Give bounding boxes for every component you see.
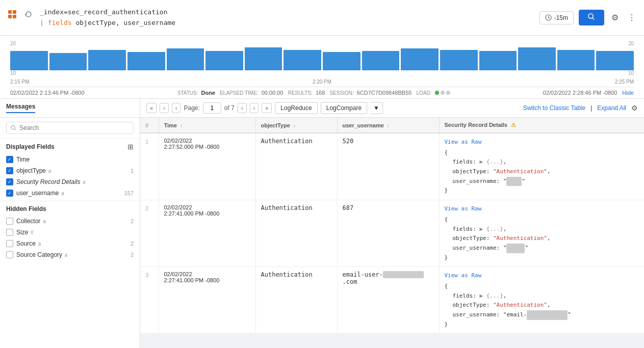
chart-bar[interactable]: [479, 51, 517, 70]
nav-prev-step-button[interactable]: ‹: [172, 103, 181, 113]
td-details: View as Raw{ fields: ▶ {...}, objectType…: [439, 133, 644, 200]
nav-first-button[interactable]: «: [146, 103, 157, 113]
td-time: 02/02/20222:27:41.000 PM -0800: [159, 200, 255, 267]
chart-bar[interactable]: [245, 47, 282, 70]
masked-email: [383, 271, 424, 278]
nav-next-step-button[interactable]: ›: [238, 103, 247, 113]
objecttype-line: objectType: "Authentication",: [445, 301, 639, 310]
top-bar: _index=sec_record_authentication | field…: [0, 0, 644, 36]
load-dot-3: [446, 91, 450, 95]
field-checkbox[interactable]: [6, 190, 13, 197]
chart-end-time: 02/02/2022 2:28:46 PM -0800: [543, 90, 617, 96]
refresh-icon-button[interactable]: [22, 8, 35, 20]
hidden-field-item[interactable]: Source a2: [0, 238, 140, 249]
chart-bar[interactable]: [127, 52, 165, 70]
hidden-field-item[interactable]: Size #: [0, 227, 140, 238]
chart-bar[interactable]: [440, 50, 478, 71]
field-checkbox[interactable]: [6, 156, 13, 163]
view-raw-link[interactable]: View as Raw: [445, 139, 482, 145]
more-options-button[interactable]: ⋮: [626, 11, 638, 24]
svg-rect-3: [13, 15, 16, 18]
th-username[interactable]: user_username ↕: [337, 118, 439, 133]
chart-bars[interactable]: [10, 47, 634, 70]
displayed-field-item[interactable]: Time: [0, 154, 140, 165]
search-icon: [11, 125, 16, 131]
nav-next-button[interactable]: ›: [250, 103, 259, 113]
elapsed-value: 00:00:00: [262, 90, 284, 96]
log-reduce-button[interactable]: LogReduce: [275, 102, 317, 114]
svg-rect-1: [13, 10, 16, 14]
chart-bar[interactable]: [10, 51, 48, 70]
time-sort-icon[interactable]: ↕: [180, 123, 183, 128]
objecttype-line: objectType: "Authentication",: [445, 234, 639, 244]
td-details: View as Raw{ fields: ▶ {...}, objectType…: [439, 267, 644, 334]
chart-bar[interactable]: [88, 50, 126, 71]
top-bar-left: _index=sec_record_authentication | field…: [6, 7, 175, 29]
hidden-fields-list: Collector a2Size #Source a2Source Catego…: [0, 216, 140, 260]
displayed-field-item[interactable]: Security Record Details a: [0, 176, 140, 188]
chart-bar[interactable]: [401, 48, 439, 70]
field-checkbox[interactable]: [6, 251, 13, 258]
table-row[interactable]: 302/02/20222:27:41.000 PM -0800Authentic…: [140, 267, 644, 334]
search-button[interactable]: [579, 10, 604, 25]
hide-chart-link[interactable]: Hide: [622, 90, 634, 96]
page-input[interactable]: [203, 102, 221, 114]
field-name-label: Time: [16, 156, 134, 163]
chart-bar[interactable]: [167, 48, 204, 70]
top-bar-right: -15m ⚙ ⋮: [539, 10, 638, 25]
field-type-label: a: [63, 252, 67, 258]
query-fields-values: objectType, user_username: [75, 19, 175, 26]
th-time[interactable]: Time ↕: [159, 118, 255, 133]
view-raw-link[interactable]: View as Raw: [445, 272, 482, 279]
field-checkbox[interactable]: [6, 218, 13, 225]
svg-rect-2: [8, 15, 12, 18]
nav-prev-button[interactable]: ‹: [160, 103, 169, 113]
nav-last-button[interactable]: »: [262, 103, 272, 113]
query-index-line: _index=sec_record_authentication: [40, 7, 175, 18]
session-value: 6CD7C7D09848BB55: [357, 90, 412, 96]
field-name-label: Source a: [16, 240, 127, 247]
search-input[interactable]: [19, 124, 129, 131]
hidden-field-item[interactable]: Collector a2: [0, 216, 140, 227]
chart-bar[interactable]: [362, 51, 400, 70]
td-objecttype: Authentication: [255, 267, 337, 334]
save-fields-icon[interactable]: ⊞: [127, 143, 134, 151]
time-selector[interactable]: -15m: [539, 11, 574, 24]
expand-all-button[interactable]: Expand All: [597, 104, 626, 112]
chart-bar[interactable]: [518, 47, 556, 70]
chart-bar[interactable]: [205, 51, 243, 70]
chart-bar[interactable]: [284, 50, 321, 71]
chart-timeline: 2:15 PM 2:20 PM 2:25 PM: [10, 77, 634, 87]
th-objecttype[interactable]: objectType ↕: [255, 118, 337, 133]
view-raw-link[interactable]: View as Raw: [445, 205, 482, 212]
fields-line: fields: ▶ {...},: [445, 225, 639, 234]
messages-tab[interactable]: Messages: [0, 99, 140, 118]
chart-bar[interactable]: [323, 52, 360, 70]
displayed-field-item[interactable]: user_username a157: [0, 188, 140, 199]
table-row[interactable]: 102/02/20222:27:52.000 PM -0800Authentic…: [140, 133, 644, 200]
objecttype-sort-icon[interactable]: ↕: [293, 123, 296, 128]
chart-bar[interactable]: [557, 50, 595, 71]
displayed-field-item[interactable]: objectType a1: [0, 165, 140, 176]
th-details: Security Record Details ⚠: [439, 118, 644, 133]
field-checkbox[interactable]: [6, 167, 13, 174]
hidden-field-item[interactable]: Source Category a2: [0, 249, 140, 260]
table-settings-button[interactable]: ⚙: [631, 104, 638, 112]
chart-bar[interactable]: [49, 53, 87, 70]
log-compare-dropdown-button[interactable]: ▼: [370, 102, 383, 114]
settings-button[interactable]: ⚙: [609, 11, 621, 24]
app-icon-button[interactable]: [6, 8, 18, 20]
username-sort-icon[interactable]: ↕: [387, 123, 390, 128]
log-compare-button[interactable]: LogCompare: [321, 102, 367, 114]
hidden-fields-title: Hidden Fields: [6, 205, 46, 212]
td-row-num: 1: [140, 133, 159, 200]
field-checkbox[interactable]: [6, 240, 13, 247]
field-type-label: a: [60, 191, 64, 196]
chart-bar[interactable]: [596, 51, 634, 70]
table-row[interactable]: 202/02/20222:27:41.000 PM -0800Authentic…: [140, 200, 644, 267]
username-line: user_username: " ": [445, 244, 639, 253]
field-checkbox[interactable]: [6, 229, 13, 236]
switch-classic-link[interactable]: Switch to Classic Table: [523, 104, 586, 112]
toolbar-left: « ‹ ‹ Page: of 7 › › » LogReduce LogComp…: [146, 102, 383, 114]
field-checkbox[interactable]: [6, 178, 13, 185]
